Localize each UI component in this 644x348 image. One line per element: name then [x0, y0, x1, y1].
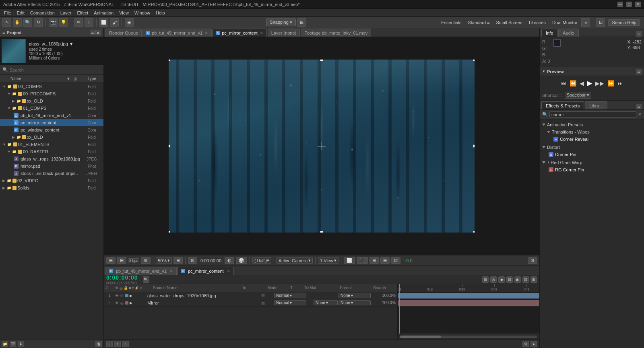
shortcut-dropdown[interactable]: Spacebar ▾ [565, 92, 591, 99]
tool-select[interactable]: ↖ [2, 18, 11, 27]
tl-search-btn[interactable]: 🔍 [143, 276, 149, 283]
preview-last-btn[interactable]: ⏭ [617, 79, 624, 87]
standard-label[interactable]: Standard ≡ [465, 20, 492, 25]
preview-first-btn[interactable]: ⏮ [560, 79, 567, 87]
libraries-label[interactable]: Libraries [526, 20, 548, 25]
menu-animation[interactable]: Animation [91, 10, 116, 16]
distort-header[interactable]: Distort [540, 144, 644, 151]
layer-1-eye[interactable]: 👁 [114, 293, 119, 298]
timeline-tab-pc[interactable]: C pc_mirror_content ✕ [178, 267, 234, 275]
snapping-button[interactable]: Snapping ▾ [266, 19, 296, 26]
menu-layer[interactable]: Layer [58, 10, 74, 16]
menu-effect[interactable]: Effect [74, 10, 91, 16]
handle-l[interactable] [169, 144, 170, 148]
tl-motion-blur[interactable]: ◐ [514, 276, 521, 283]
tl-settings-icon[interactable]: ⚙ [522, 341, 529, 347]
tree-item-raster[interactable]: ▼ 📁 00_RASTER Fold [0, 148, 103, 155]
layer-1-mode[interactable]: Normal▾ [274, 293, 306, 298]
tab-layer[interactable]: Layer (none) [268, 29, 300, 37]
tool-rotate[interactable]: ↻ [34, 18, 43, 27]
project-collapse[interactable]: » [95, 30, 101, 35]
tree-item-stock[interactable]: J stock-i...ss-black-paint-drips.jpg JPE… [0, 170, 103, 177]
new-folder-btn[interactable]: 📁 [2, 341, 8, 347]
handle-tr[interactable] [473, 60, 475, 61]
tl-arrow-icon[interactable]: ▲ [530, 341, 537, 347]
composition-canvas[interactable] [169, 60, 475, 233]
timeline-scrollbar[interactable] [398, 334, 539, 339]
layer-1-parent[interactable]: None▾ [339, 293, 371, 298]
tl-rasterize[interactable]: ⊞ [530, 276, 537, 283]
layer-2-mode[interactable]: Normal▾ [274, 300, 306, 305]
tool-zoom[interactable]: 🔍 [23, 18, 32, 27]
zoom-dropdown[interactable]: 50%▾ [156, 257, 172, 264]
tl-close-pc[interactable]: ✕ [227, 269, 230, 273]
tl-draft[interactable]: ⊡ [522, 276, 529, 283]
tl-close-v1[interactable]: ✕ [170, 269, 173, 273]
tab-mirror-v1[interactable]: C pb_tut_49_mirror_end_v1 ✕ [142, 29, 212, 37]
animation-presets-header[interactable]: Animation Presets [540, 121, 644, 128]
layer-2-expand[interactable]: ▶ [130, 301, 132, 305]
handle-br[interactable] [473, 231, 475, 233]
tool-camera[interactable]: 📷 [49, 18, 58, 27]
preview-prev-btn[interactable]: ◀ [579, 79, 585, 87]
camera-dropdown[interactable]: Active Camera▾ [277, 257, 313, 264]
menu-file[interactable]: File [2, 10, 14, 16]
handle-tl[interactable] [169, 60, 170, 61]
viewer-grid-btn[interactable]: ⊟ [117, 257, 126, 264]
render-alpha[interactable]: ⊞ [380, 257, 390, 264]
views-dropdown[interactable]: 1 View▾ [318, 257, 339, 264]
preview-next-btn[interactable]: ▶▶ [594, 79, 605, 87]
tool-hand[interactable]: ✋ [13, 18, 22, 27]
track-layer-2[interactable] [398, 299, 539, 307]
menu-view[interactable]: View [117, 10, 131, 16]
preview-prev-frame-btn[interactable]: ⏪ [569, 79, 577, 87]
close-tab-mirrorv1[interactable]: ✕ [205, 31, 208, 35]
preview-header[interactable]: ▼ Preview ≡ [540, 67, 644, 76]
tool-brush[interactable]: 🖌 [110, 18, 119, 27]
tree-item-00precomps[interactable]: ▼ 📁 00_PRECOMPS Fold [0, 90, 103, 97]
effect-corner-pin[interactable]: ⊞ Corner Pin [540, 151, 644, 158]
tool-text[interactable]: T [85, 18, 93, 27]
project-options[interactable]: ≡ [90, 30, 95, 35]
info-panel-options[interactable]: ≡ [636, 31, 642, 37]
effect-rg-corner-pin[interactable]: ⊟ RG Corner Pin [540, 166, 644, 173]
preview-next-frame-btn[interactable]: ⏩ [607, 79, 615, 87]
project-search-input[interactable] [10, 68, 101, 72]
preview-play-btn[interactable]: ▶ [586, 78, 593, 88]
effects-options[interactable]: ≡ [636, 104, 642, 109]
tool-light[interactable]: 💡 [59, 18, 68, 27]
handle-t[interactable] [320, 60, 323, 61]
scrollbar-thumb[interactable] [400, 336, 441, 338]
tool-pen[interactable]: ✏ [74, 18, 83, 27]
tree-item-video[interactable]: ▶ 📁 02_VIDEO Fold [0, 177, 103, 184]
tab-pc-mirror[interactable]: C pc_mirror_content ✕ [213, 29, 267, 37]
tab-effects-presets[interactable]: Effects & Presets [541, 101, 584, 109]
maximize-panel[interactable]: ⊡ [596, 18, 605, 27]
close-button[interactable]: ✕ [635, 2, 641, 7]
effects-search-input[interactable] [549, 111, 636, 118]
layer-2-parent[interactable]: None▾ [339, 300, 371, 305]
layer-2-parent-dropdown[interactable]: None▾ [339, 300, 371, 305]
tl-add-marker[interactable]: ◆ [498, 276, 505, 283]
tab-render-queue[interactable]: Render Queue [105, 29, 142, 37]
handle-bl[interactable] [169, 231, 170, 233]
tl-solo-mode[interactable]: ◎ [490, 276, 497, 283]
layer-2-solo[interactable]: ◎ [120, 301, 124, 305]
timeline-tab-v1[interactable]: C pb_tut_49_mirror_end_v1 ✕ [105, 267, 177, 275]
layer-1-parent-dropdown[interactable]: None▾ [339, 293, 371, 298]
tab-audio[interactable]: Audio [558, 29, 578, 37]
quality-dropdown[interactable]: (Half)▾ [252, 257, 271, 264]
menu-edit[interactable]: Edit [14, 10, 27, 16]
draft-3d[interactable]: 🎲 [236, 257, 247, 264]
track-bar-2[interactable] [398, 300, 539, 306]
layer-2-trimmat-dropdown[interactable]: None▾ [314, 300, 338, 305]
red-giant-header[interactable]: 7 Red Giant Warp [540, 159, 644, 166]
layer-1-solo[interactable]: ◎ [120, 293, 124, 298]
tl-zoom-in[interactable]: + [114, 341, 121, 347]
motion-blur[interactable]: ◐ [225, 257, 234, 264]
layer-2-mode-dropdown[interactable]: Normal▾ [274, 300, 306, 305]
tab-libraries[interactable]: Libra... [585, 101, 607, 109]
tree-item-00comps[interactable]: ▼ 📁 00_COMPS Fold [0, 83, 103, 90]
tree-item-xxold2[interactable]: ▶ 📁 xx_OLD Fold [0, 134, 103, 141]
tree-item-solids[interactable]: ▶ 📁 Solids Fold [0, 184, 103, 192]
